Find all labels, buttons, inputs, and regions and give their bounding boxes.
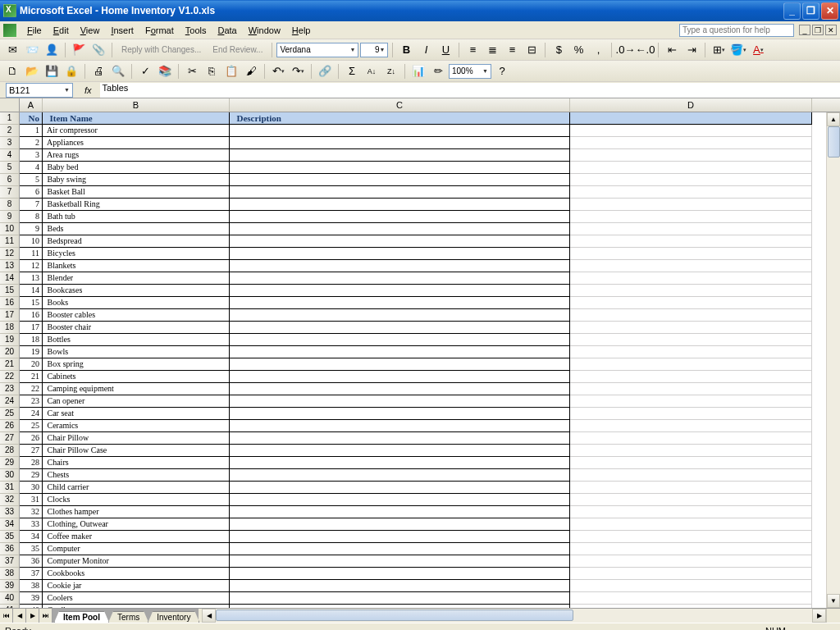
cell[interactable]: [230, 420, 570, 432]
cell[interactable]: 27: [20, 445, 43, 457]
minimize-button[interactable]: _: [783, 2, 801, 20]
cell[interactable]: [230, 506, 570, 518]
cell[interactable]: [570, 223, 812, 235]
cell[interactable]: Coffee maker: [43, 531, 230, 543]
paste-button[interactable]: 📋: [222, 62, 240, 80]
cell[interactable]: [570, 395, 812, 408]
cell[interactable]: Can opener: [43, 395, 230, 408]
cell[interactable]: Bottles: [43, 334, 230, 346]
cell[interactable]: [570, 469, 812, 482]
cell[interactable]: 9: [20, 223, 43, 235]
cell[interactable]: Appliances: [43, 137, 230, 149]
cell[interactable]: [570, 309, 812, 322]
maximize-button[interactable]: ❐: [802, 2, 819, 20]
row-header[interactable]: 25: [0, 408, 20, 420]
cell[interactable]: 16: [20, 309, 43, 322]
increase-decimal-button[interactable]: .0→: [616, 41, 634, 59]
cell[interactable]: 22: [20, 383, 43, 395]
cell[interactable]: Camping equipment: [43, 383, 230, 395]
undo-button[interactable]: ↶▾: [269, 62, 287, 80]
cell[interactable]: 15: [20, 297, 43, 309]
cell[interactable]: Basketball Ring: [43, 199, 230, 211]
cell[interactable]: [570, 494, 812, 506]
copy-button[interactable]: ⎘: [203, 62, 221, 80]
cell[interactable]: 1: [20, 125, 43, 137]
cell[interactable]: [230, 494, 570, 506]
row-header[interactable]: 10: [0, 223, 20, 235]
sheet-tab[interactable]: Inventory: [148, 611, 199, 623]
menu-file[interactable]: File: [21, 24, 48, 37]
cell[interactable]: Cookbooks: [43, 568, 230, 580]
cell[interactable]: Chests: [43, 469, 230, 482]
cell[interactable]: Computer: [43, 543, 230, 555]
cell[interactable]: [230, 125, 570, 137]
menu-view[interactable]: View: [75, 24, 106, 37]
spelling-button[interactable]: ✓: [136, 62, 154, 80]
help-search-input[interactable]: [679, 24, 794, 37]
comma-button[interactable]: ,: [589, 41, 607, 59]
sort-asc-button[interactable]: A↓: [363, 62, 381, 80]
row-header[interactable]: 28: [0, 445, 20, 457]
cell[interactable]: [570, 149, 812, 162]
row-header[interactable]: 9: [0, 211, 20, 223]
sheet-tab[interactable]: Terms: [108, 611, 148, 623]
row-header[interactable]: 2: [0, 125, 20, 137]
new-workbook-button[interactable]: 🗋: [3, 62, 21, 80]
cell[interactable]: [230, 322, 570, 334]
menu-tools[interactable]: Tools: [180, 24, 212, 37]
cell[interactable]: [570, 162, 812, 174]
cell[interactable]: Chairs: [43, 457, 230, 469]
column-header-a[interactable]: A: [20, 98, 43, 112]
cell[interactable]: 7: [20, 199, 43, 211]
row-header[interactable]: 5: [0, 162, 20, 174]
chart-wizard-button[interactable]: 📊: [409, 62, 427, 80]
cell[interactable]: No: [20, 112, 43, 125]
cell[interactable]: [230, 235, 570, 248]
cell[interactable]: [570, 322, 812, 334]
decrease-decimal-button[interactable]: ←.0: [636, 41, 654, 59]
cell[interactable]: [230, 174, 570, 186]
tab-first-button[interactable]: ⏮: [0, 609, 13, 623]
cell[interactable]: [230, 457, 570, 469]
row-header[interactable]: 13: [0, 260, 20, 272]
select-all-corner[interactable]: [0, 98, 20, 112]
redo-button[interactable]: ↷▾: [289, 62, 307, 80]
cell[interactable]: [230, 592, 570, 605]
cell[interactable]: [570, 592, 812, 605]
cell[interactable]: 12: [20, 260, 43, 272]
cell[interactable]: [570, 125, 812, 137]
cell[interactable]: [570, 235, 812, 248]
cell[interactable]: Cookie jar: [43, 580, 230, 592]
menu-window[interactable]: Window: [243, 24, 286, 37]
cell[interactable]: 34: [20, 531, 43, 543]
close-button[interactable]: ✕: [821, 2, 838, 20]
cell[interactable]: [570, 211, 812, 223]
row-header[interactable]: 33: [0, 506, 20, 518]
cell[interactable]: Beds: [43, 223, 230, 235]
cell[interactable]: [230, 248, 570, 260]
reply-changes-button[interactable]: Reply with Changes...: [116, 41, 206, 59]
cell[interactable]: 32: [20, 506, 43, 518]
cell[interactable]: 35: [20, 543, 43, 555]
cut-button[interactable]: ✂: [183, 62, 201, 80]
cell[interactable]: 2: [20, 137, 43, 149]
cell[interactable]: 17: [20, 322, 43, 334]
print-button[interactable]: 🖨: [89, 62, 107, 80]
cell[interactable]: [230, 334, 570, 346]
cell[interactable]: 14: [20, 285, 43, 297]
cell[interactable]: [570, 272, 812, 285]
name-box[interactable]: B121▼: [6, 83, 73, 98]
cell[interactable]: [230, 223, 570, 235]
align-left-button[interactable]: ≡: [463, 41, 482, 59]
row-header[interactable]: 1: [0, 112, 20, 125]
row-header[interactable]: 22: [0, 371, 20, 383]
cell[interactable]: 33: [20, 518, 43, 531]
row-header[interactable]: 18: [0, 322, 20, 334]
scroll-down-button[interactable]: ▼: [827, 594, 840, 608]
cell[interactable]: [230, 309, 570, 322]
cell[interactable]: [230, 371, 570, 383]
row-header[interactable]: 11: [0, 235, 20, 248]
row-header[interactable]: 27: [0, 432, 20, 445]
font-select[interactable]: Verdana▼: [276, 43, 358, 57]
cell[interactable]: 18: [20, 334, 43, 346]
